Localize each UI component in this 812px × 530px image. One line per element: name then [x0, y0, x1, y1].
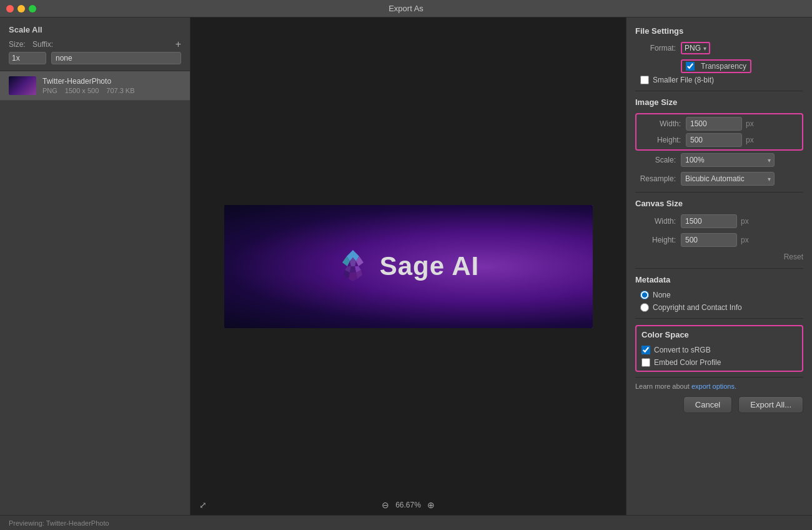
svg-marker-9	[349, 272, 357, 281]
scale-label: Scale:	[635, 156, 676, 164]
right-panel: File Settings Format: PNG ▾ Transparency…	[626, 18, 812, 515]
learn-more-link[interactable]: export options.	[691, 382, 736, 390]
format-arrow-icon: ▾	[703, 45, 706, 52]
canvas-width-label: Width:	[635, 217, 676, 226]
metadata-copyright-label[interactable]: Copyright and Contact Info	[653, 303, 742, 312]
file-format: PNG	[42, 87, 57, 94]
metadata-none-label[interactable]: None	[653, 291, 671, 299]
canvas-height-px-label: px	[741, 236, 749, 244]
suffix-label: Suffix:	[32, 40, 171, 49]
close-button[interactable]	[6, 5, 14, 12]
format-value: PNG	[685, 44, 701, 52]
main-layout: Scale All Size: Suffix: + 1x 2x 3x	[0, 18, 812, 515]
size-select[interactable]: 1x 2x 3x	[9, 52, 46, 64]
canvas-size-title: Canvas Size	[635, 199, 803, 208]
divider-2	[635, 192, 803, 192]
divider-3	[635, 268, 803, 269]
scale-select-wrapper: 100% 50% 200% ▾	[681, 153, 775, 167]
learn-more-text: Learn more about export options.	[635, 382, 803, 390]
convert-srgb-label[interactable]: Convert to sRGB	[654, 346, 711, 354]
scale-all-section: Scale All Size: Suffix: + 1x 2x 3x	[0, 18, 190, 71]
canvas-height-input[interactable]	[681, 233, 737, 247]
format-highlight: PNG ▾	[681, 42, 710, 54]
file-list: Twitter-HeaderPhoto PNG 1500 x 500 707.3…	[0, 71, 190, 515]
center-preview: Sage AI ⤢ ⊖ 66.67% ⊕	[191, 18, 626, 515]
smaller-file-checkbox[interactable]	[640, 76, 649, 84]
title-bar: Export As	[0, 0, 812, 18]
sage-logo-icon	[337, 249, 369, 284]
reset-button[interactable]: Reset	[635, 252, 803, 261]
file-thumbnail	[9, 76, 36, 95]
file-info: Twitter-HeaderPhoto PNG 1500 x 500 707.3…	[42, 77, 181, 94]
traffic-lights	[6, 5, 36, 12]
file-meta: PNG 1500 x 500 707.3 KB	[42, 87, 181, 94]
image-size-highlight: Width: px Height: px	[635, 113, 803, 151]
previewing-label: Previewing: Twitter-HeaderPhoto	[9, 519, 109, 527]
width-label: Width:	[640, 119, 681, 128]
color-space-section: Color Space Convert to sRGB Embed Color …	[635, 325, 803, 372]
learn-more-prefix: Learn more about	[635, 382, 691, 390]
scale-select[interactable]: 100% 50% 200%	[681, 153, 775, 167]
minimize-button[interactable]	[17, 5, 25, 12]
transparency-label[interactable]: Transparency	[701, 62, 746, 71]
color-space-title: Color Space	[641, 330, 797, 339]
scale-all-title: Scale All	[9, 25, 181, 34]
previewing-bar: Previewing: Twitter-HeaderPhoto	[0, 515, 812, 530]
width-px-label: px	[746, 119, 754, 128]
suffix-input[interactable]	[51, 52, 181, 64]
canvas-height-label: Height:	[635, 236, 676, 244]
height-label: Height:	[640, 136, 681, 144]
add-scale-button[interactable]: +	[176, 39, 181, 49]
smaller-file-label[interactable]: Smaller File (8-bit)	[653, 76, 714, 84]
height-input[interactable]	[686, 133, 742, 147]
divider-4	[635, 318, 803, 319]
metadata-none-row: None	[635, 291, 803, 299]
left-panel: Scale All Size: Suffix: + 1x 2x 3x	[0, 18, 191, 515]
file-size: 707.3 KB	[106, 87, 134, 94]
zoom-level: 66.67%	[395, 501, 421, 509]
format-label: Format:	[635, 44, 676, 52]
export-all-button[interactable]: Export All...	[738, 396, 803, 413]
resample-select[interactable]: Bicubic Automatic Bicubic Bilinear	[681, 172, 775, 186]
embed-profile-checkbox[interactable]	[641, 358, 650, 367]
resample-select-wrapper: Bicubic Automatic Bicubic Bilinear ▾	[681, 172, 775, 186]
preview-text: Sage AI	[380, 251, 480, 281]
metadata-none-radio[interactable]	[640, 291, 649, 299]
file-item[interactable]: Twitter-HeaderPhoto PNG 1500 x 500 707.3…	[0, 71, 190, 101]
width-input[interactable]	[686, 117, 742, 131]
canvas-width-input[interactable]	[681, 214, 737, 228]
metadata-copyright-row: Copyright and Contact Info	[635, 303, 803, 312]
zoom-in-button[interactable]: ⊕	[425, 499, 437, 511]
cancel-button[interactable]: Cancel	[683, 396, 732, 413]
canvas-width-px-label: px	[741, 217, 749, 226]
resample-label: Resample:	[635, 174, 676, 183]
fullscreen-button[interactable]: ⤢	[199, 500, 207, 510]
file-dimensions: 1500 x 500	[65, 87, 99, 94]
zoom-out-button[interactable]: ⊖	[379, 499, 392, 511]
height-px-label: px	[746, 136, 754, 144]
transparency-checkbox[interactable]	[686, 62, 695, 71]
smaller-file-row: Smaller File (8-bit)	[635, 76, 803, 84]
embed-profile-label[interactable]: Embed Color Profile	[654, 358, 721, 367]
convert-srgb-checkbox[interactable]	[641, 346, 650, 354]
file-settings-title: File Settings	[635, 26, 803, 36]
zoom-controls: ⊖ 66.67% ⊕	[379, 499, 437, 511]
divider-1	[635, 91, 803, 91]
maximize-button[interactable]	[29, 5, 36, 12]
embed-profile-row: Embed Color Profile	[641, 358, 797, 367]
metadata-copyright-radio[interactable]	[640, 303, 649, 312]
convert-srgb-row: Convert to sRGB	[641, 346, 797, 354]
image-size-title: Image Size	[635, 98, 803, 107]
preview-content: Sage AI	[337, 249, 480, 284]
preview-image: Sage AI	[224, 205, 593, 328]
file-name: Twitter-HeaderPhoto	[42, 77, 181, 86]
action-buttons: Cancel Export All...	[635, 396, 803, 413]
metadata-title: Metadata	[635, 275, 803, 284]
size-label: Size:	[9, 40, 27, 49]
footer-area: Learn more about export options. Cancel …	[635, 377, 803, 413]
transparency-highlight: Transparency	[681, 59, 751, 73]
window-title: Export As	[389, 4, 423, 13]
preview-bottom-bar: ⤢ ⊖ 66.67% ⊕	[191, 495, 626, 515]
